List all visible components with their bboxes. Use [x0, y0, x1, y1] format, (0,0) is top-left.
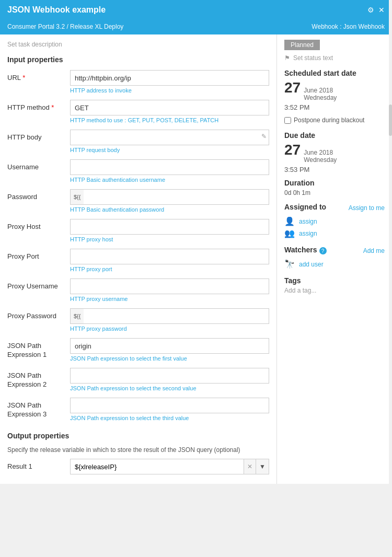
json-path-2-input[interactable]: [70, 368, 269, 384]
proxy-host-label: Proxy Host: [7, 219, 70, 230]
watchers-header: Watchers ? Add me: [284, 246, 385, 256]
assign-link-1[interactable]: assign: [299, 218, 317, 225]
proxy-password-input[interactable]: [84, 308, 269, 324]
due-date-title: Due date: [284, 131, 385, 140]
close-icon[interactable]: ✕: [378, 6, 385, 14]
add-me-link[interactable]: Add me: [363, 247, 385, 254]
http-method-field: HTTP method to use : GET, PUT, POST, DEL…: [70, 100, 269, 126]
proxy-username-field: HTTP proxy username: [70, 278, 269, 305]
proxy-port-input[interactable]: [70, 249, 269, 264]
proxy-port-row: Proxy Port HTTP proxy port: [7, 249, 269, 275]
password-label: Password: [7, 189, 70, 201]
http-body-input[interactable]: [70, 130, 269, 145]
result-1-clear-btn[interactable]: ✕: [244, 459, 256, 474]
username-label: Username: [7, 159, 70, 171]
result-1-dropdown-btn[interactable]: ▼: [256, 459, 269, 474]
binoculars-icon: 🔭: [284, 259, 295, 269]
title-bar-icons: ⚙ ✕: [367, 6, 385, 14]
left-panel: Set task description Input properties UR…: [0, 34, 277, 484]
output-desc: Specify the release variable in which to…: [7, 446, 269, 454]
proxy-password-row: Proxy Password ${{ HTTP proxy password: [7, 308, 269, 335]
proxy-password-hint: HTTP proxy password: [70, 326, 269, 332]
assign-link-2[interactable]: assign: [299, 230, 317, 237]
password-input-wrapper: ${{: [70, 189, 269, 205]
add-tag-link[interactable]: Add a tag...: [284, 287, 385, 294]
proxy-host-input[interactable]: [70, 219, 269, 235]
proxy-port-field: HTTP proxy port: [70, 249, 269, 275]
password-input[interactable]: [84, 189, 269, 205]
window-title: JSON Webhook example: [7, 5, 106, 15]
scheduled-month-weekday: June 2018 Wednesday: [304, 87, 337, 101]
postpone-checkbox[interactable]: [284, 117, 291, 124]
password-row: Password ${{ HTTP Basic authentication p…: [7, 189, 269, 216]
status-badge: Planned: [284, 40, 320, 50]
postpone-row: Postpone during blackout: [284, 117, 385, 124]
due-month-weekday: June 2018 Wednesday: [304, 149, 337, 164]
scrollbar-thumb[interactable]: [389, 105, 392, 136]
username-row: Username HTTP Basic authentication usern…: [7, 159, 269, 186]
edit-icon[interactable]: ✎: [261, 133, 267, 140]
json-path-1-input[interactable]: [70, 338, 269, 354]
result-1-label: Result 1: [7, 459, 70, 470]
due-day: 27: [284, 142, 301, 158]
proxy-username-hint: HTTP proxy username: [70, 296, 269, 302]
json-path-2-hint: JSON Path expression to select the secon…: [70, 385, 269, 391]
url-required: *: [22, 74, 25, 82]
password-field: ${{ HTTP Basic authentication password: [70, 189, 269, 216]
http-method-row: HTTP method * HTTP method to use : GET, …: [7, 100, 269, 126]
tags-title: Tags: [284, 276, 385, 285]
proxy-password-field: ${{ HTTP proxy password: [70, 308, 269, 335]
proxy-port-hint: HTTP proxy port: [70, 266, 269, 272]
watchers-row: 🔭 add user: [284, 259, 385, 269]
username-field: HTTP Basic authentication username: [70, 159, 269, 186]
http-body-field: ✎ HTTP request body: [70, 130, 269, 156]
json-path-1-field: JSON Path expression to select the first…: [70, 338, 269, 365]
json-path-2-row: JSON Path Expression 2 JSON Path express…: [7, 368, 269, 394]
due-month-year: June 2018: [304, 149, 337, 156]
set-task-desc[interactable]: Set task description: [7, 41, 269, 48]
due-time: 3:53 PM: [284, 166, 385, 173]
username-input[interactable]: [70, 159, 269, 175]
json-path-3-input[interactable]: [70, 398, 269, 413]
settings-icon[interactable]: ⚙: [367, 6, 374, 14]
password-var-btn[interactable]: ${{: [70, 189, 84, 205]
http-body-label: HTTP body: [7, 130, 70, 141]
webhook-label: Webhook : Json Webhook: [312, 23, 385, 30]
scheduled-time: 3:52 PM: [284, 103, 385, 111]
proxy-password-var-btn[interactable]: ${{: [70, 308, 84, 324]
url-hint: HTTP address to invoke: [70, 87, 269, 94]
due-weekday: Wednesday: [304, 156, 337, 164]
proxy-username-input[interactable]: [70, 278, 269, 294]
flag-icon: ⚑: [284, 54, 290, 62]
http-body-hint: HTTP request body: [70, 147, 269, 153]
set-status-text-label: Set status text: [293, 54, 333, 62]
result-1-field: ✕ ▼: [70, 459, 269, 474]
proxy-username-row: Proxy Username HTTP proxy username: [7, 278, 269, 305]
proxy-host-hint: HTTP proxy host: [70, 236, 269, 242]
result-1-input[interactable]: [70, 459, 244, 474]
assign-to-me-link[interactable]: Assign to me: [349, 204, 385, 212]
http-method-input[interactable]: [70, 100, 269, 115]
add-user-link[interactable]: add user: [299, 261, 324, 268]
http-method-required: *: [51, 103, 54, 111]
breadcrumb[interactable]: Consumer Portal 3.2 / Release XL Deploy: [7, 23, 123, 30]
json-path-2-label: JSON Path Expression 2: [7, 368, 70, 389]
scheduled-date-row: 27 June 2018 Wednesday: [284, 79, 385, 101]
assign-row-1: 👤 assign: [284, 216, 385, 226]
scheduled-day: 27: [284, 79, 301, 96]
scheduled-month-year: June 2018: [304, 87, 337, 94]
scrollbar-track: [389, 0, 392, 484]
json-path-1-label: JSON Path Expression 1: [7, 338, 70, 359]
duration-title: Duration: [284, 179, 385, 187]
url-field: HTTP address to invoke: [70, 70, 269, 97]
json-path-1-row: JSON Path Expression 1 JSON Path express…: [7, 338, 269, 365]
assigned-to-section: Assigned to Assign to me 👤 assign 👥 assi…: [284, 203, 385, 238]
watchers-title: Watchers: [284, 246, 317, 254]
tags-section: Tags Add a tag...: [284, 276, 385, 294]
username-hint: HTTP Basic authentication username: [70, 177, 269, 183]
url-input[interactable]: [70, 70, 269, 86]
watchers-help-icon[interactable]: ?: [319, 247, 327, 254]
proxy-port-label: Proxy Port: [7, 249, 70, 260]
set-status-text-row[interactable]: ⚑ Set status text: [284, 54, 385, 62]
scheduled-weekday: Wednesday: [304, 94, 337, 101]
